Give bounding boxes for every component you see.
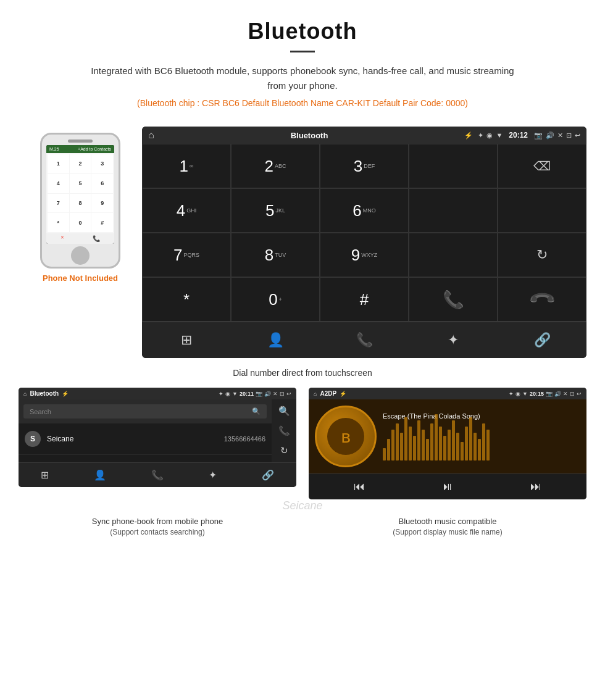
page-title: Bluetooth [37, 19, 568, 44]
pb-nav-dialpad[interactable]: ⊞ [41, 469, 49, 481]
main-content: ʙ )))) M.25 +Add to Contacts 1 2 3 4 [0, 127, 605, 358]
phonebook-main: Search 🔍 S Seicane 13566664466 [19, 399, 272, 462]
seicane-watermark: Seicane [0, 499, 605, 512]
music-info: Escape (The Pina Colada Song) [383, 412, 580, 460]
dial-key-8[interactable]: 8TUV [231, 233, 320, 277]
pb-status-icons: ✦ ◉ ▼ 20:11 📷 🔊 ✕ ⊡ ↩ [219, 391, 291, 397]
title-divider [290, 51, 315, 52]
album-inner: ʙ [327, 418, 364, 455]
dial-key-1[interactable]: 1∞ [142, 144, 231, 188]
dial-empty-r2c5 [498, 188, 586, 233]
phone-mockup: M.25 +Add to Contacts 1 2 3 4 5 6 7 8 9 … [40, 133, 120, 269]
contact-number: 13566664466 [224, 435, 265, 443]
pb-screen-title: Bluetooth [30, 390, 59, 397]
usb-icon: ⚡ [464, 131, 473, 140]
camera-icon: 📷 [534, 131, 543, 140]
dial-key-5[interactable]: 5JKL [231, 188, 320, 233]
nav-calls-icon[interactable]: 📞 [320, 322, 409, 358]
dial-key-0[interactable]: 0+ [231, 277, 320, 322]
pb-nav-calls[interactable]: 📞 [151, 469, 164, 481]
album-art: ʙ [315, 406, 377, 467]
pb-nav-contacts[interactable]: 👤 [94, 469, 106, 481]
pb-nav-link[interactable]: 🔗 [262, 469, 274, 481]
dial-backspace[interactable]: ⌫ [498, 144, 586, 188]
dialpad-section: ⌂ Bluetooth ⚡ ✦ ◉ ▼ 20:12 📷 🔊 ✕ ⊡ ↩ [142, 127, 586, 358]
dial-empty-r3c4 [409, 233, 498, 277]
bt-music-icon: ʙ [341, 427, 351, 447]
a2dp-controls: ⏮ ⏯ ⏭ [309, 473, 586, 499]
dial-empty-r2c4 [409, 188, 498, 233]
dial-key-star[interactable]: * [142, 277, 231, 322]
contact-name: Seicane [47, 435, 218, 443]
nav-dialpad-icon[interactable]: ⊞ [142, 322, 231, 358]
a2dp-caption-main: Bluetooth music compatible [309, 515, 586, 528]
contact-item[interactable]: S Seicane 13566664466 [19, 423, 272, 455]
contact-avatar: S [25, 431, 41, 447]
pb-call-side-icon[interactable]: 📞 [278, 425, 290, 436]
a2dp-home-icon[interactable]: ⌂ [314, 391, 317, 397]
dialpad-screen: ⌂ Bluetooth ⚡ ✦ ◉ ▼ 20:12 📷 🔊 ✕ ⊡ ↩ [142, 127, 586, 358]
dial-key-9[interactable]: 9WXYZ [320, 233, 409, 277]
search-bar[interactable]: Search 🔍 [23, 404, 267, 419]
pb-home-icon[interactable]: ⌂ [23, 391, 27, 397]
prev-track-button[interactable]: ⏮ [354, 480, 365, 493]
nav-bluetooth-icon[interactable]: ✦ [409, 322, 498, 358]
status-icons: ✦ ◉ ▼ 20:12 📷 🔊 ✕ ⊡ ↩ [478, 131, 580, 140]
pb-search-side-icon[interactable]: 🔍 [278, 406, 290, 417]
phonebook-block: ⌂ Bluetooth ⚡ ✦ ◉ ▼ 20:11 📷 🔊 ✕ ⊡ ↩ [19, 388, 296, 499]
phone-bottom-bar: ✕ 📞 [46, 233, 114, 244]
page-description: Integrated with BC6 Bluetooth module, su… [86, 64, 519, 93]
next-track-button[interactable]: ⏭ [530, 480, 541, 493]
bluetooth-status-icon: ✦ [478, 131, 483, 140]
dial-key-4[interactable]: 4GHI [142, 188, 231, 233]
dial-key-7[interactable]: 7PQRS [142, 233, 231, 277]
nav-link-icon[interactable]: 🔗 [498, 322, 586, 358]
page-header: Bluetooth Integrated with BC6 Bluetooth … [0, 0, 605, 127]
a2dp-screen: ⌂ A2DP ⚡ ✦ ◉ ▼ 20:15 📷 🔊 ✕ ⊡ ↩ [309, 388, 586, 499]
a2dp-caption-sub: (Support display music file name) [309, 528, 586, 536]
bluetooth-specs: (Bluetooth chip : CSR BC6 Default Blueto… [37, 98, 568, 108]
phonebook-sidebar: 🔍 📞 ↻ [272, 399, 296, 462]
dial-key-3[interactable]: 3DEF [320, 144, 409, 188]
dialpad-bottom-nav: ⊞ 👤 📞 ✦ 🔗 [142, 322, 586, 358]
wifi-icon: ▼ [496, 131, 503, 139]
bottom-captions: Sync phone-book from mobile phone (Suppo… [0, 515, 605, 536]
phonebook-caption-sub: (Support contacts searching) [19, 528, 296, 536]
phone-keypad: 1 2 3 4 5 6 7 8 9 * 0 # [46, 153, 114, 233]
play-pause-button[interactable]: ⏯ [442, 480, 453, 493]
screen-icon: ⊡ [566, 131, 572, 140]
pb-nav-bt[interactable]: ✦ [209, 469, 217, 481]
dial-key-hash[interactable]: # [320, 277, 409, 322]
a2dp-music-content: ʙ Escape (The Pina Colada Song) [309, 399, 586, 473]
dial-call-button[interactable]: 📞 [409, 277, 498, 322]
pb-status-time: 20:11 [240, 391, 254, 397]
dial-refresh[interactable]: ↻ [498, 233, 586, 277]
dial-input-display [409, 144, 498, 188]
home-icon[interactable]: ⌂ [148, 130, 154, 141]
phone-not-included-label: Phone Not Included [43, 273, 118, 283]
phone-home-button [71, 246, 90, 265]
nav-contacts-icon[interactable]: 👤 [231, 322, 320, 358]
status-time: 20:12 [509, 131, 528, 140]
phonebook-caption-main: Sync phone-book from mobile phone [19, 515, 296, 528]
phone-speaker [68, 140, 93, 143]
phonebook-status-bar: ⌂ Bluetooth ⚡ ✦ ◉ ▼ 20:11 📷 🔊 ✕ ⊡ ↩ [19, 388, 296, 399]
back-icon[interactable]: ↩ [575, 131, 580, 140]
dialpad-grid: 1∞ 2ABC 3DEF ⌫ 4GHI 5JKL 6MNO 7PQRS 8TUV… [142, 144, 586, 322]
a2dp-status-icons: ✦ ◉ ▼ 20:15 📷 🔊 ✕ ⊡ ↩ [509, 391, 582, 397]
phonebook-caption-block: Sync phone-book from mobile phone (Suppo… [19, 515, 296, 536]
dial-key-2[interactable]: 2ABC [231, 144, 320, 188]
screen-title: Bluetooth [159, 131, 460, 140]
equalizer [383, 423, 580, 460]
phonebook-screen: ⌂ Bluetooth ⚡ ✦ ◉ ▼ 20:11 📷 🔊 ✕ ⊡ ↩ [19, 388, 296, 487]
a2dp-caption-block: Bluetooth music compatible (Support disp… [309, 515, 586, 536]
a2dp-screen-title: A2DP [320, 390, 336, 397]
pb-refresh-side-icon[interactable]: ↻ [280, 445, 288, 456]
a2dp-status-bar: ⌂ A2DP ⚡ ✦ ◉ ▼ 20:15 📷 🔊 ✕ ⊡ ↩ [309, 388, 586, 399]
dial-key-6[interactable]: 6MNO [320, 188, 409, 233]
dial-end-call-button[interactable]: 📞 [498, 277, 586, 322]
dialpad-status-bar: ⌂ Bluetooth ⚡ ✦ ◉ ▼ 20:12 📷 🔊 ✕ ⊡ ↩ [142, 127, 586, 144]
close-icon: ✕ [557, 131, 563, 140]
phone-section: ʙ )))) M.25 +Add to Contacts 1 2 3 4 [19, 127, 142, 358]
phone-screen: M.25 +Add to Contacts 1 2 3 4 5 6 7 8 9 … [46, 145, 114, 244]
